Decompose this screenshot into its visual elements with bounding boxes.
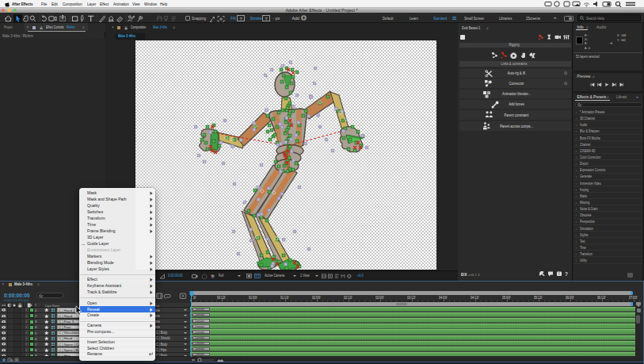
- svg-text:?: ?: [565, 271, 568, 277]
